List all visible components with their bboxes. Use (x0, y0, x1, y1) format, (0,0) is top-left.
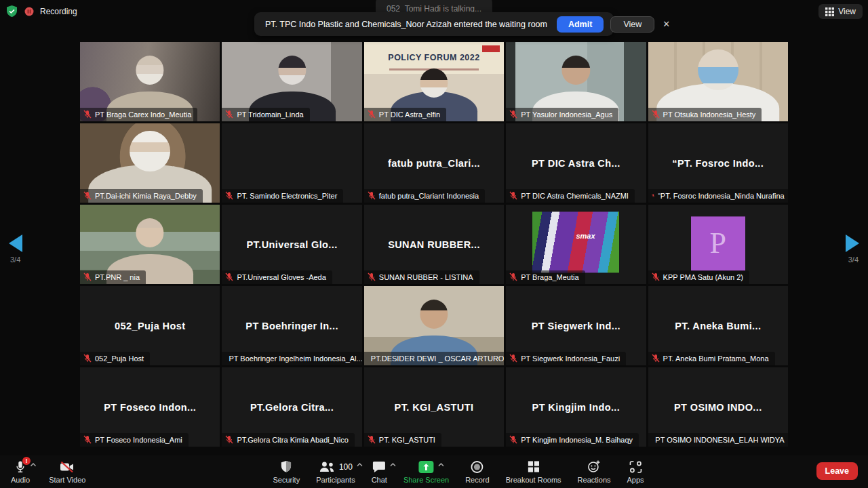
participant-name-label: KPP PMA Satu (Akun 2) (663, 273, 743, 281)
toolbar-participants[interactable]: 100 Participants (316, 458, 355, 484)
participant-tile[interactable]: PT DIC Astra Ch... PT DIC Astra Chemical… (506, 123, 646, 203)
participants-label: Participants (316, 476, 355, 484)
participant-name-tag: PT Foseco Indonesia_Ami (80, 433, 189, 447)
toolbar-share-screen[interactable]: Share Screen (403, 458, 449, 484)
toolbar-audio[interactable]: ! Audio (11, 458, 30, 484)
participant-tile[interactable]: PT Tridomain_Linda (222, 42, 361, 121)
participant-tile[interactable]: P KPP PMA Satu (Akun 2) (648, 205, 788, 284)
participant-name-tag: PT. Samindo Electronics_Piter (222, 189, 343, 203)
previous-page-arrow[interactable] (9, 235, 22, 252)
waiting-room-banner: PT. TPC Indo Plastic and Chemicals_Noor … (254, 12, 614, 36)
next-page-arrow[interactable] (846, 235, 859, 252)
muted-mic-icon (509, 435, 517, 444)
participant-tile[interactable]: PT. Aneka Bumi... PT. Aneka Bumi Pratama… (648, 286, 788, 365)
encryption-shield-icon (5, 5, 18, 18)
toolbar-breakout-rooms[interactable]: Breakout Rooms (506, 458, 561, 484)
participant-name-label: PT Otsuka Indonesia_Hesty (663, 110, 756, 119)
apps-label: Apps (627, 476, 644, 484)
participant-tile[interactable]: fatub putra_Clari... fatub putra_Clarian… (364, 123, 504, 203)
muted-mic-icon (509, 354, 517, 363)
chevron-up-icon[interactable] (30, 462, 37, 467)
participant-name-tag: fatub putra_Clariant Indonesia (364, 189, 485, 203)
muted-mic-icon (225, 110, 233, 119)
chevron-up-icon[interactable] (390, 462, 397, 467)
participant-name-label: PT Braga Carex Indo_Meutia (95, 110, 191, 119)
participant-tile[interactable]: PT Braga Carex Indo_Meutia (80, 42, 220, 121)
participant-name-tag: PT OSIMO INDONESIA_ELAH WIDYA (648, 433, 788, 447)
view-menu-button[interactable]: View (818, 4, 863, 19)
participant-name-tag: PT Siegwerk Indonesia_Fauzi (506, 352, 626, 365)
participant-tile[interactable]: PT Boehringer In... PT Boehringer Ingelh… (222, 286, 361, 365)
participant-tile[interactable]: POLICY FORUM 2022 PT DIC Astra_elfin (364, 42, 504, 121)
start-video-label: Start Video (49, 476, 85, 484)
chevron-up-icon[interactable] (356, 462, 363, 467)
muted-mic-icon (509, 110, 517, 119)
muted-mic-icon (368, 191, 376, 200)
muted-mic-icon (368, 110, 376, 119)
participant-tile[interactable]: PT. KGI_ASTUTI PT. KGI_ASTUTI (364, 367, 504, 447)
participant-image-avatar: smax (532, 211, 619, 272)
participant-tile[interactable]: PT. Samindo Electronics_Piter (222, 123, 361, 203)
chevron-up-icon[interactable] (438, 462, 445, 467)
participant-letter-avatar: P (691, 216, 745, 270)
toolbar-apps[interactable]: Apps (627, 458, 644, 484)
muted-mic-icon (225, 272, 233, 281)
muted-mic-icon (225, 191, 233, 200)
leave-button[interactable]: Leave (816, 462, 858, 480)
participant-name-label: PT DIC Astra Chemicals_NAZMI (521, 192, 629, 200)
participant-name-label: PT Kingjim Indonesia_M. Baihaqy (521, 436, 633, 444)
participant-tile[interactable]: PT Otsuka Indonesia_Hesty (648, 42, 788, 121)
participant-tile[interactable]: PT.DESIDER DEWI _ OSCAR ARTURO I... (364, 286, 504, 365)
participant-tile[interactable]: PT.Gelora Citra... PT.Gelora Citra Kimia… (222, 367, 361, 447)
toolbar-security[interactable]: Security (273, 458, 300, 484)
participant-name-tag: KPP PMA Satu (Akun 2) (648, 270, 749, 284)
participant-name-tag: PT Kingjim Indonesia_M. Baihaqy (506, 433, 639, 447)
participant-tile[interactable]: 052_Puja Host 052_Puja Host (80, 286, 220, 365)
gallery-grid-icon (825, 7, 834, 16)
participant-name-tag: PT Boehringer Ingelheim Indonesia_Al... (222, 352, 361, 365)
toolbar-record[interactable]: Record (465, 458, 489, 484)
waiting-room-message: PT. TPC Indo Plastic and Chemicals_Noor … (265, 20, 547, 29)
audio-label: Audio (11, 476, 30, 484)
recording-dot-icon[interactable] (24, 6, 35, 17)
breakout-rooms-icon (527, 460, 540, 473)
participant-tile[interactable]: smax PT Braga_Meutia (506, 205, 646, 284)
participant-tile[interactable]: PT OSIMO INDO... PT OSIMO INDONESIA_ELAH… (648, 367, 788, 447)
participant-tile[interactable]: PT Yasulor Indonesia_Agus (506, 42, 646, 121)
recording-label: Recording (40, 7, 77, 16)
banner-close-icon[interactable]: ✕ (663, 19, 670, 29)
admit-button[interactable]: Admit (557, 16, 604, 33)
video-backdrop-banner: POLICY FORUM 2022 (364, 42, 504, 74)
participant-name-tag: PT Braga_Meutia (506, 270, 585, 284)
banner-view-button[interactable]: View (610, 16, 654, 33)
participant-tile[interactable]: PT.Dai-ichi Kimia Raya_Debby (80, 123, 220, 203)
participant-name-label: PT Siegwerk Indonesia_Fauzi (521, 354, 620, 363)
participant-tile[interactable]: PT Siegwerk Ind... PT Siegwerk Indonesia… (506, 286, 646, 365)
toolbar-chat[interactable]: Chat (372, 458, 387, 484)
participant-name-tag: PT.PNR _ nia (80, 270, 146, 284)
participant-tile[interactable]: PT.Universal Glo... PT.Universal Gloves … (222, 205, 361, 284)
share-screen-icon (418, 460, 435, 474)
toolbar-start-video[interactable]: Start Video (49, 458, 85, 484)
participant-name-label: SUNAN RUBBER - LISTINA (379, 273, 473, 281)
participant-name-label: 052_Puja Host (95, 354, 144, 363)
participant-name-label: PT. Aneka Bumi Pratama_Mona (663, 354, 769, 363)
chat-icon (372, 460, 387, 474)
participant-tile[interactable]: SUNAN RUBBER... SUNAN RUBBER - LISTINA (364, 205, 504, 284)
participant-tile[interactable]: PT.PNR _ nia (80, 205, 220, 284)
participant-name-tag: “PT. Fosroc Indonesia_Ninda Nurafina (648, 189, 788, 203)
security-label: Security (273, 476, 300, 484)
participant-tile[interactable]: “PT. Fosroc Indo... “PT. Fosroc Indonesi… (648, 123, 788, 203)
participant-name-label: fatub putra_Clariant Indonesia (379, 192, 479, 200)
participant-name-label: “PT. Fosroc Indonesia_Ninda Nurafina (658, 192, 784, 200)
avatar-image-text: smax (576, 232, 595, 240)
participant-name-tag: PT DIC Astra_elfin (364, 108, 446, 121)
participant-name-label: PT.Dai-ichi Kimia Raya_Debby (95, 192, 197, 200)
participant-name-tag: PT.Dai-ichi Kimia Raya_Debby (80, 189, 203, 203)
participant-tile[interactable]: PT Foseco Indon... PT Foseco Indonesia_A… (80, 367, 220, 447)
muted-mic-icon (652, 435, 652, 444)
toolbar-reactions[interactable]: Reactions (578, 458, 611, 484)
participant-name-label: PT. KGI_ASTUTI (379, 436, 435, 444)
participant-tile[interactable]: PT Kingjim Indo... PT Kingjim Indonesia_… (506, 367, 646, 447)
record-icon (471, 460, 484, 474)
